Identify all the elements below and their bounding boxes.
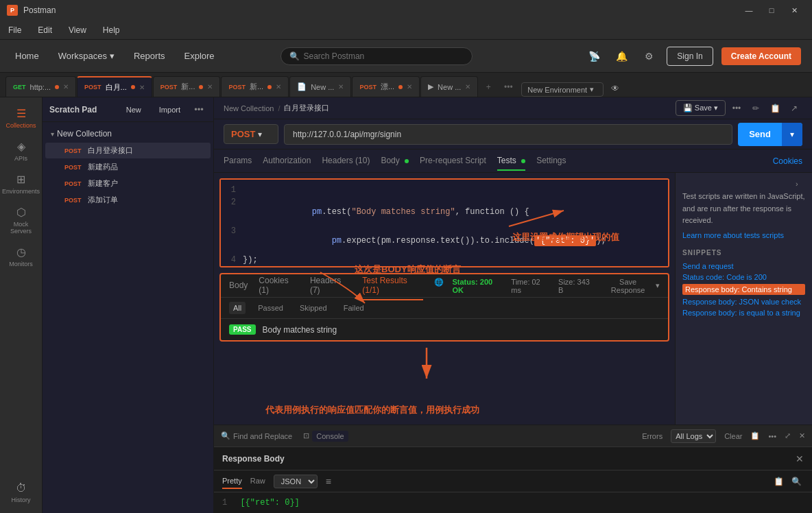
tab-close-icon[interactable]: ✕ xyxy=(139,84,145,91)
nav-home[interactable]: Home xyxy=(11,48,43,64)
share-icon[interactable]: ↗ xyxy=(786,100,802,117)
edit-icon[interactable]: ✏ xyxy=(748,100,764,117)
snippet-send-request[interactable]: Send a request xyxy=(682,262,805,270)
search-bar[interactable]: 🔍 xyxy=(280,47,473,65)
snippet-response-body-contains[interactable]: Response body: Contains string xyxy=(682,284,805,295)
collection-child-order[interactable]: POST 添加订单 xyxy=(45,192,211,208)
more-options[interactable]: ••• xyxy=(768,432,776,440)
url-input[interactable] xyxy=(284,124,732,145)
method-selector[interactable]: POST ▾ xyxy=(224,124,278,144)
signin-button[interactable]: Sign In xyxy=(667,47,713,66)
resp-tab-raw[interactable]: Raw xyxy=(250,474,265,489)
nav-reports[interactable]: Reports xyxy=(130,48,169,64)
cookies-link[interactable]: Cookies xyxy=(773,156,802,166)
search-input[interactable] xyxy=(304,51,441,61)
more-tabs-button[interactable]: ••• xyxy=(499,77,518,97)
tab-close-icon[interactable]: ✕ xyxy=(407,83,412,91)
copy-response-button[interactable]: 📋 xyxy=(771,474,786,489)
sidebar-item-apis[interactable]: ◈ APIs xyxy=(4,136,38,166)
collection-child-login[interactable]: POST 白月登录接口 xyxy=(45,143,211,158)
eye-icon[interactable]: 👁 xyxy=(607,80,623,97)
tab-body[interactable]: Body xyxy=(381,152,409,171)
tab-headers[interactable]: Headers (10) xyxy=(322,152,370,171)
settings-icon[interactable]: ⚙ xyxy=(639,47,658,66)
tab-close-icon[interactable]: ✕ xyxy=(276,83,281,91)
tab-pre-request[interactable]: Pre-request Script xyxy=(420,152,486,171)
tab-new2[interactable]: ▶ New ... ✕ xyxy=(420,76,478,97)
clear-button[interactable]: Clear xyxy=(724,432,742,440)
find-replace-button[interactable]: 🔍 Find and Replace xyxy=(221,431,292,440)
bell-icon[interactable]: 🔔 xyxy=(612,47,631,66)
format-selector[interactable]: JSON xyxy=(274,475,318,488)
console-button[interactable]: ⊡ Console xyxy=(303,431,348,442)
save-response-button[interactable]: Save Response ▾ xyxy=(603,278,660,294)
send-button[interactable]: Send ▾ xyxy=(738,123,802,146)
filter-failed[interactable]: Failed xyxy=(339,302,368,314)
tab-post-login[interactable]: POST 白月... ✕ xyxy=(77,76,152,97)
logs-selector[interactable]: All Logs xyxy=(671,429,716,443)
environment-selector[interactable]: New Environment ▾ xyxy=(521,82,604,97)
result-tab-body[interactable]: Body xyxy=(229,276,248,296)
tab-close-icon[interactable]: ✕ xyxy=(63,83,69,91)
tab-settings[interactable]: Settings xyxy=(536,152,566,171)
sidebar-item-history[interactable]: ⏱ History xyxy=(4,478,38,508)
menu-help[interactable]: Help xyxy=(100,24,123,36)
nav-explore[interactable]: Explore xyxy=(180,48,219,64)
tab-close-icon[interactable]: ✕ xyxy=(465,83,470,91)
save-button[interactable]: Home 💾 Save ▾ xyxy=(676,100,726,116)
menu-file[interactable]: File xyxy=(5,24,24,36)
breadcrumb-parent[interactable]: New Collection xyxy=(224,104,274,112)
panel-more-button[interactable]: ••• xyxy=(191,102,206,117)
copy-button[interactable]: 📋 xyxy=(750,431,760,440)
filter-passed[interactable]: Passed xyxy=(254,302,287,314)
tab-post-new2[interactable]: POST 新... ✕ xyxy=(221,76,289,97)
nav-workspaces[interactable]: Workspaces ▾ xyxy=(54,48,119,64)
tab-close-icon[interactable]: ✕ xyxy=(207,83,213,91)
collection-child-customer[interactable]: POST 新建客户 xyxy=(45,176,211,191)
result-tab-tests[interactable]: Test Results (1/1) xyxy=(362,272,423,300)
sidebar-item-environments[interactable]: ⊞ Environments xyxy=(4,169,38,199)
tab-params[interactable]: Params xyxy=(224,152,252,171)
tab-new1[interactable]: 📄 New ... ✕ xyxy=(289,76,351,97)
snippet-equal-string[interactable]: Response body: is equal to a string xyxy=(682,309,805,317)
tab-post-new1[interactable]: POST 新... ✕ xyxy=(153,76,221,97)
snippet-status-code[interactable]: Status code: Code is 200 xyxy=(682,273,805,281)
code-editor[interactable]: 1 2 pm.test("Body matches string", funct… xyxy=(219,178,669,267)
tab-close-icon[interactable]: ✕ xyxy=(338,83,344,91)
satellite-icon[interactable]: 📡 xyxy=(584,47,604,66)
snippet-json-value[interactable]: Response body: JSON value check xyxy=(682,298,805,306)
filter-skipped[interactable]: Skipped xyxy=(296,302,331,314)
import-button[interactable]: Import xyxy=(152,103,187,117)
sidebar-item-monitors[interactable]: ◷ Monitors xyxy=(4,241,38,272)
minimize-button[interactable]: — xyxy=(738,0,760,21)
resp-tab-pretty[interactable]: Pretty xyxy=(222,474,242,489)
filter-all[interactable]: All xyxy=(229,302,246,314)
send-dropdown-arrow[interactable]: ▾ xyxy=(782,123,802,146)
menu-edit[interactable]: Edit xyxy=(35,24,55,36)
result-tab-cookies[interactable]: Cookies (1) xyxy=(259,272,299,300)
sidebar-item-collections[interactable]: ☰ Collections xyxy=(4,103,38,133)
create-account-button[interactable]: Create Account xyxy=(721,47,801,65)
close-response-body[interactable]: ✕ xyxy=(796,453,804,464)
resp-format-icon[interactable]: ≡ xyxy=(326,476,331,487)
tab-get-http[interactable]: GET http:... ✕ xyxy=(5,76,76,97)
maximize-button[interactable]: □ xyxy=(761,0,783,21)
tab-tests[interactable]: Tests xyxy=(497,152,525,171)
expand-arrow[interactable]: › xyxy=(796,180,805,188)
collection-child-drug[interactable]: POST 新建药品 xyxy=(45,159,211,175)
tab-authorization[interactable]: Authorization xyxy=(263,152,311,171)
menu-view[interactable]: View xyxy=(66,24,89,36)
learn-more-link[interactable]: Learn more about tests scripts xyxy=(682,231,784,239)
more-options-button[interactable]: ••• xyxy=(728,100,745,117)
result-tab-headers[interactable]: Headers (7) xyxy=(310,272,351,300)
new-button[interactable]: New xyxy=(119,103,148,117)
close-button[interactable]: ✕ xyxy=(783,0,805,21)
collection-item-new[interactable]: ▾ New Collection xyxy=(45,126,211,142)
copy-icon[interactable]: 📋 xyxy=(767,100,783,117)
sidebar-item-mock-servers[interactable]: ⬡ Mock Servers xyxy=(4,202,38,239)
maximize-console[interactable]: ⤢ xyxy=(785,431,791,440)
add-tab-button[interactable]: + xyxy=(479,77,498,97)
tab-post-float[interactable]: POST 漂... ✕ xyxy=(352,76,420,97)
close-console[interactable]: ✕ xyxy=(799,431,805,440)
search-response-button[interactable]: 🔍 xyxy=(789,474,804,489)
